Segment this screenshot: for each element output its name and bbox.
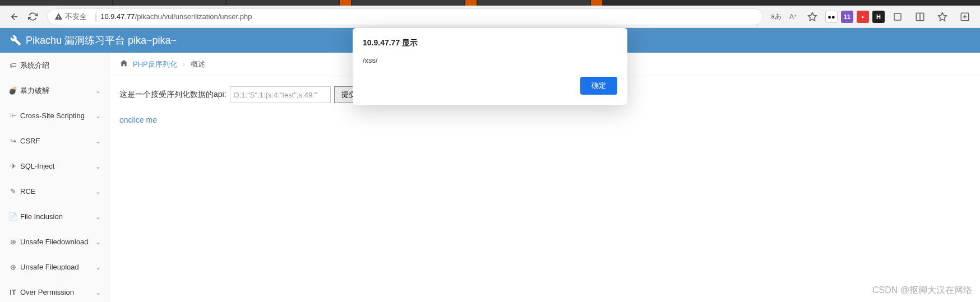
insecure-label: 不安全 xyxy=(65,12,87,22)
sidebar-item-label: CSRF xyxy=(20,137,95,145)
browser-tab[interactable] xyxy=(226,0,339,6)
sidebar-item-label: RCE xyxy=(20,187,95,196)
sidebar-item-label: File Inclusion xyxy=(20,212,95,221)
link-icon: ↪ xyxy=(8,137,18,145)
sidebar-item-overperm[interactable]: IT Over Permission ⌄ xyxy=(0,280,109,302)
plane-icon: ✈ xyxy=(8,162,18,170)
sidebar-item-label: 暴力破解 xyxy=(20,86,95,96)
ok-button[interactable]: 确定 xyxy=(580,77,617,95)
separator: | xyxy=(95,12,97,22)
browser-tab[interactable] xyxy=(113,0,225,6)
app-title: Pikachu 漏洞练习平台 pika~pika~ xyxy=(26,34,177,47)
chevron-down-icon: ⌄ xyxy=(95,289,101,296)
download-icon: ⊕ xyxy=(8,238,18,246)
browser-tab[interactable] xyxy=(352,0,464,6)
favorite-button[interactable] xyxy=(803,8,822,26)
extension-icon[interactable]: 11 xyxy=(841,11,853,23)
svg-marker-4 xyxy=(939,12,947,20)
extension-icon[interactable]: ▪ xyxy=(857,11,869,23)
chevron-down-icon: ⌄ xyxy=(95,238,101,246)
sidebar: 🏷 系统介绍 💣 暴力破解 ⌄ ⊩ Cross-Site Scripting ⌄… xyxy=(0,53,109,302)
sidebar-item-xss[interactable]: ⊩ Cross-Site Scripting ⌄ xyxy=(0,103,109,128)
result-row: onclice me xyxy=(119,115,970,124)
url-host: 10.9.47.77 xyxy=(100,12,135,21)
sidebar-item-label: Cross-Site Scripting xyxy=(20,111,95,120)
svg-marker-0 xyxy=(808,12,817,20)
extension-letter: H xyxy=(876,13,881,20)
sidebar-item-label: Over Permission xyxy=(20,288,95,296)
sidebar-item-label: Unsafe Filedownload xyxy=(20,238,95,246)
sidebar-item-bruteforce[interactable]: 💣 暴力破解 ⌄ xyxy=(0,78,109,103)
split-icon xyxy=(915,12,925,22)
chevron-down-icon: ⌄ xyxy=(95,112,101,120)
tag-icon: 🏷 xyxy=(8,61,18,69)
chevron-down-icon: ⌄ xyxy=(95,162,101,170)
browser-tab[interactable] xyxy=(591,0,602,6)
sidebar-item-sqli[interactable]: ✈ SQL-Inject ⌄ xyxy=(0,154,109,179)
plus-box-icon xyxy=(960,12,970,22)
browser-toolbar: 不安全 | 10.9.47.77/pikachu/vul/unserilizat… xyxy=(0,6,980,28)
extension-icon[interactable]: ●● xyxy=(825,11,838,23)
back-button[interactable] xyxy=(6,8,24,26)
onclick-link[interactable]: onclice me xyxy=(119,115,157,124)
insecure-indicator: 不安全 xyxy=(54,12,87,22)
chevron-down-icon: ⌄ xyxy=(95,188,101,196)
extension-badge: 11 xyxy=(844,13,850,20)
extensions-button[interactable] xyxy=(888,8,907,26)
sidebar-item-fileinc[interactable]: 📄 File Inclusion ⌄ xyxy=(0,204,109,229)
extension-icon[interactable]: H xyxy=(872,11,885,23)
browser-tab[interactable] xyxy=(465,0,477,6)
chevron-down-icon: ⌄ xyxy=(95,137,101,145)
sidebar-item-intro[interactable]: 🏷 系统介绍 xyxy=(0,53,109,78)
sidebar-item-download[interactable]: ⊕ Unsafe Filedownload ⌄ xyxy=(0,229,109,254)
chevron-down-icon: ⌄ xyxy=(95,263,101,271)
browser-tab[interactable] xyxy=(478,0,590,6)
url-path: /pikachu/vul/unserilization/unser.php xyxy=(135,12,252,21)
sidebar-item-label: 系统介绍 xyxy=(20,61,101,71)
star-plus-icon xyxy=(937,12,947,22)
breadcrumb-link[interactable]: PHP反序列化 xyxy=(133,59,177,69)
watermark: CSDN @抠脚大汉在网络 xyxy=(872,285,972,296)
wrench-icon xyxy=(10,35,21,46)
dialog-title: 10.9.47.77 显示 xyxy=(363,38,617,48)
api-label: 这是一个接受序列化数据的api: xyxy=(119,90,226,100)
svg-rect-1 xyxy=(894,13,901,20)
dialog-body: /xss/ xyxy=(363,56,617,64)
it-icon: IT xyxy=(8,288,18,296)
toolbar-right: aあ A⁺ ●● 11 ▪ H xyxy=(769,8,974,26)
dialog-actions: 确定 xyxy=(363,77,617,95)
browser-tabs-bar xyxy=(0,0,980,6)
reader-indicator[interactable]: A⁺ xyxy=(787,13,799,21)
browser-tab[interactable] xyxy=(340,0,351,6)
split-button[interactable] xyxy=(910,8,930,26)
collections-button[interactable] xyxy=(955,8,974,26)
alert-dialog: 10.9.47.77 显示 /xss/ 确定 xyxy=(353,28,627,105)
refresh-icon xyxy=(28,12,38,21)
breadcrumb-current: 概述 xyxy=(191,59,205,69)
file-icon: 📄 xyxy=(8,212,18,221)
bomb-icon: 💣 xyxy=(8,86,18,95)
serialize-input[interactable] xyxy=(230,86,331,103)
chevron-down-icon: ⌄ xyxy=(95,87,101,95)
sitemap-icon: ⊩ xyxy=(8,111,18,120)
favorites-button[interactable] xyxy=(933,8,952,26)
warning-icon xyxy=(54,12,63,21)
chevron-down-icon: ⌄ xyxy=(95,213,101,221)
sidebar-item-rce[interactable]: ✎ RCE ⌄ xyxy=(0,179,109,204)
refresh-button[interactable] xyxy=(24,8,41,26)
url-text: 10.9.47.77/pikachu/vul/unserilization/un… xyxy=(100,12,252,21)
upload-icon: ⊕ xyxy=(8,263,18,271)
arrow-left-icon xyxy=(10,12,20,22)
browser-tab[interactable] xyxy=(0,0,112,6)
sidebar-item-label: SQL-Inject xyxy=(20,162,95,170)
star-icon xyxy=(807,12,817,22)
sidebar-item-csrf[interactable]: ↪ CSRF ⌄ xyxy=(0,128,109,154)
home-icon[interactable] xyxy=(119,59,128,69)
translate-indicator[interactable]: aあ xyxy=(769,12,784,21)
sidebar-item-label: Unsafe Fileupload xyxy=(20,263,95,271)
puzzle-icon xyxy=(893,12,903,22)
pencil-icon: ✎ xyxy=(8,187,18,196)
address-bar[interactable]: 不安全 | 10.9.47.77/pikachu/vul/unserilizat… xyxy=(47,8,763,25)
sidebar-item-upload[interactable]: ⊕ Unsafe Fileupload ⌄ xyxy=(0,254,109,280)
breadcrumb-separator: › xyxy=(183,60,185,68)
